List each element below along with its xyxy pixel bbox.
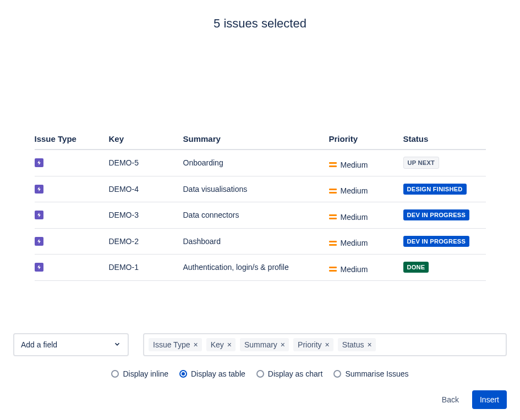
table-row[interactable]: DEMO-4Data visualisationsMediumDESIGN FI… — [35, 176, 486, 202]
issue-summary: Data connectors — [183, 202, 329, 229]
field-chip[interactable]: Issue Type× — [149, 338, 202, 351]
epic-icon — [35, 237, 43, 246]
issue-key: DEMO-4 — [109, 176, 183, 202]
close-icon[interactable]: × — [280, 340, 286, 349]
close-icon[interactable]: × — [192, 340, 199, 349]
column-header-summary[interactable]: Summary — [183, 130, 329, 150]
close-icon[interactable]: × — [324, 340, 331, 349]
epic-icon — [35, 158, 43, 167]
column-header-issue-type[interactable]: Issue Type — [35, 130, 109, 150]
table-row[interactable]: DEMO-2DashboardMediumDEV IN PROGRESS — [35, 228, 486, 255]
issues-table-container: Issue Type Key Summary Priority Status D… — [35, 130, 486, 281]
issue-key: DEMO-2 — [109, 228, 183, 255]
priority-label: Medium — [341, 186, 368, 195]
display-option[interactable]: Display inline — [111, 369, 168, 378]
epic-icon — [35, 185, 43, 194]
issue-key: DEMO-5 — [109, 150, 183, 176]
status-badge: DEV IN PROGRESS — [403, 236, 470, 247]
priority-medium-icon — [329, 241, 337, 246]
issue-key: DEMO-3 — [109, 202, 183, 229]
add-field-label: Add a field — [21, 340, 57, 349]
display-option-label: Display as chart — [268, 369, 323, 378]
field-chip[interactable]: Summary× — [240, 338, 289, 351]
priority-cell: Medium — [329, 186, 368, 195]
status-badge: UP NEXT — [403, 157, 440, 169]
column-header-status[interactable]: Status — [403, 130, 486, 150]
priority-label: Medium — [341, 213, 368, 222]
issue-summary: Onboarding — [183, 150, 329, 176]
priority-medium-icon — [329, 214, 337, 219]
table-row[interactable]: DEMO-5OnboardingMediumUP NEXT — [35, 150, 486, 176]
close-icon[interactable]: × — [226, 340, 233, 349]
radio-icon — [111, 370, 119, 378]
display-option-label: Display inline — [123, 369, 168, 378]
priority-medium-icon — [329, 162, 337, 167]
priority-medium-icon — [329, 189, 337, 194]
issues-table: Issue Type Key Summary Priority Status D… — [35, 130, 486, 281]
epic-icon — [35, 263, 43, 272]
display-option[interactable]: Summarise Issues — [333, 369, 408, 378]
field-chip[interactable]: Priority× — [293, 338, 333, 351]
field-chip-label: Status — [342, 340, 364, 349]
column-header-priority[interactable]: Priority — [329, 130, 403, 150]
display-option[interactable]: Display as table — [179, 369, 245, 378]
field-chip-label: Key — [211, 340, 224, 349]
back-button[interactable]: Back — [439, 391, 462, 408]
priority-medium-icon — [329, 267, 337, 272]
page-title: 5 issues selected — [11, 16, 509, 31]
radio-icon — [333, 370, 341, 378]
display-options-group: Display inlineDisplay as tableDisplay as… — [13, 369, 507, 378]
close-icon[interactable]: × — [366, 340, 373, 349]
column-header-key[interactable]: Key — [109, 130, 183, 150]
issue-summary: Authentication, login/s & profile — [183, 255, 329, 281]
field-chip[interactable]: Status× — [338, 338, 376, 351]
field-chips-input[interactable]: Issue Type×Key×Summary×Priority×Status× — [143, 333, 507, 356]
priority-label: Medium — [341, 265, 368, 274]
chevron-down-icon — [113, 340, 121, 350]
status-badge: DESIGN FINISHED — [403, 184, 467, 195]
bottom-toolbar: Add a field Issue Type×Key×Summary×Prior… — [13, 333, 507, 409]
priority-cell: Medium — [329, 213, 368, 222]
issue-summary: Dashboard — [183, 228, 329, 255]
priority-cell: Medium — [329, 239, 368, 247]
display-option[interactable]: Display as chart — [256, 369, 323, 378]
issue-summary: Data visualisations — [183, 176, 329, 202]
priority-label: Medium — [341, 239, 368, 247]
field-chip[interactable]: Key× — [206, 338, 236, 351]
priority-label: Medium — [341, 161, 368, 169]
epic-icon — [35, 211, 43, 219]
field-chip-label: Priority — [298, 340, 322, 349]
radio-icon — [256, 370, 264, 378]
priority-cell: Medium — [329, 265, 368, 274]
insert-button[interactable]: Insert — [472, 390, 507, 409]
display-option-label: Summarise Issues — [345, 369, 408, 378]
priority-cell: Medium — [329, 161, 368, 169]
table-row[interactable]: DEMO-1Authentication, login/s & profileM… — [35, 255, 486, 281]
field-chip-label: Issue Type — [153, 340, 190, 349]
issue-key: DEMO-1 — [109, 255, 183, 281]
display-option-label: Display as table — [191, 369, 245, 378]
table-row[interactable]: DEMO-3Data connectorsMediumDEV IN PROGRE… — [35, 202, 486, 229]
field-chip-label: Summary — [244, 340, 277, 349]
status-badge: DEV IN PROGRESS — [403, 209, 470, 220]
radio-icon — [179, 370, 187, 378]
add-field-dropdown[interactable]: Add a field — [13, 333, 129, 356]
status-badge: DONE — [403, 262, 429, 273]
